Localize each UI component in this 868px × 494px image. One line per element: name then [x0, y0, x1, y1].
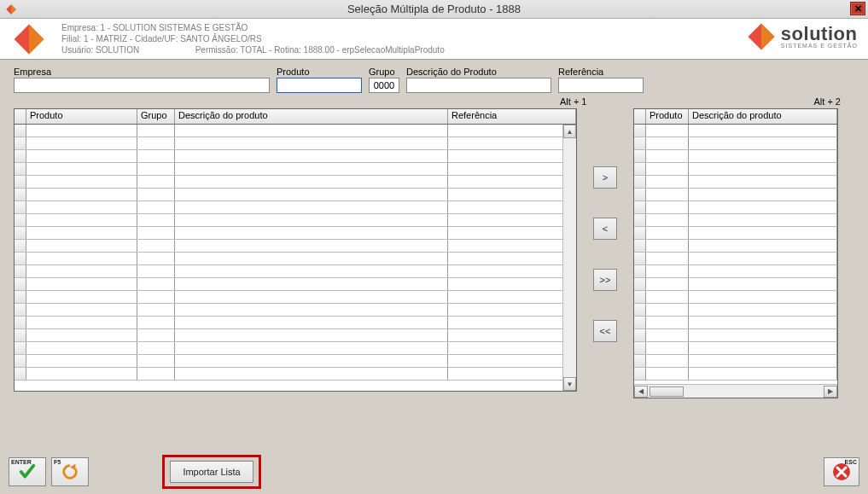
add-button[interactable]: >: [593, 166, 617, 189]
table-row[interactable]: [634, 176, 837, 189]
table-row[interactable]: [15, 214, 576, 227]
transfer-buttons: > < >> <<: [582, 108, 628, 398]
close-button[interactable]: ✕: [850, 2, 865, 15]
table-row[interactable]: [15, 329, 576, 342]
header-user: Usuário: SOLUTION: [61, 45, 139, 55]
enter-hint: ENTER: [11, 459, 32, 465]
col-produto-right[interactable]: Produto: [646, 109, 689, 124]
produto-input[interactable]: [277, 78, 362, 93]
refresh-button[interactable]: F5: [51, 457, 89, 486]
grid-right-hscrollbar[interactable]: ◀ ▶: [634, 384, 837, 398]
col-descricao[interactable]: Descrição do produto: [175, 109, 448, 124]
scroll-thumb[interactable]: [650, 386, 684, 397]
table-row[interactable]: [15, 291, 576, 304]
table-row[interactable]: [634, 368, 837, 381]
table-row[interactable]: [634, 227, 837, 240]
shortcut-alt2: Alt + 2: [814, 96, 842, 107]
col-referencia[interactable]: Referência: [448, 109, 576, 124]
filters-row: Empresa Produto Grupo Descrição do Produ…: [14, 67, 854, 93]
grupo-input[interactable]: [369, 78, 399, 93]
grid-left-scrollbar[interactable]: ▲ ▼: [562, 125, 576, 391]
col-produto[interactable]: Produto: [26, 109, 137, 124]
col-grupo[interactable]: Grupo: [137, 109, 175, 124]
available-products-grid[interactable]: Produto Grupo Descrição do produto Refer…: [14, 108, 577, 392]
table-row[interactable]: [15, 176, 576, 189]
scroll-up-icon[interactable]: ▲: [563, 125, 576, 138]
table-row[interactable]: [15, 227, 576, 240]
svg-marker-6: [70, 464, 75, 470]
scroll-down-icon[interactable]: ▼: [563, 377, 576, 391]
confirm-button[interactable]: ENTER: [9, 457, 46, 486]
table-row[interactable]: [15, 137, 576, 150]
check-icon: [18, 462, 37, 481]
table-row[interactable]: [15, 265, 576, 278]
table-row[interactable]: [15, 150, 576, 163]
header-permission: Permissão: TOTAL - Rotina: 1888.00 - erp…: [195, 45, 445, 55]
svg-marker-5: [761, 23, 775, 49]
cancel-button[interactable]: ESC: [824, 457, 859, 486]
brand-icon: [747, 22, 776, 51]
table-row[interactable]: [634, 253, 837, 265]
table-row[interactable]: [634, 342, 837, 355]
table-row[interactable]: [634, 201, 837, 214]
f5-hint: F5: [54, 459, 61, 465]
table-row[interactable]: [634, 329, 837, 342]
empresa-label: Empresa: [14, 67, 270, 77]
table-row[interactable]: [15, 240, 576, 253]
table-row[interactable]: [15, 317, 576, 329]
referencia-label: Referência: [558, 67, 644, 77]
window-title: Seleção Múltipla de Produto - 1888: [0, 3, 868, 15]
table-row[interactable]: [15, 368, 576, 381]
scroll-right-icon[interactable]: ▶: [824, 386, 837, 398]
scroll-left-icon[interactable]: ◀: [634, 386, 648, 398]
header-line1: Empresa: 1 - SOLUTION SISTEMAS E GESTÃO: [61, 22, 445, 33]
table-row[interactable]: [15, 163, 576, 176]
bottom-bar: ENTER F5 Importar Lista ESC: [9, 455, 859, 489]
table-row[interactable]: [634, 240, 837, 253]
header-bar: Empresa: 1 - SOLUTION SISTEMAS E GESTÃO …: [0, 19, 868, 60]
add-all-button[interactable]: >>: [593, 269, 617, 291]
produto-label: Produto: [277, 67, 362, 77]
table-row[interactable]: [634, 265, 837, 278]
table-row[interactable]: [15, 125, 576, 137]
table-row[interactable]: [634, 291, 837, 304]
table-row[interactable]: [634, 125, 837, 137]
table-row[interactable]: [15, 278, 576, 291]
import-highlight: Importar Lista: [162, 455, 261, 489]
header-info: Empresa: 1 - SOLUTION SISTEMAS E GESTÃO …: [61, 22, 445, 55]
header-line2: Filial: 1 - MATRIZ - Cidade/UF: SANTO ÂN…: [61, 33, 445, 44]
descricao-input[interactable]: [406, 78, 551, 93]
table-row[interactable]: [15, 189, 576, 201]
table-row[interactable]: [15, 342, 576, 355]
title-bar: Seleção Múltipla de Produto - 1888 ✕: [0, 0, 868, 19]
importar-lista-button[interactable]: Importar Lista: [170, 461, 253, 483]
svg-marker-3: [29, 24, 44, 54]
company-logo-icon: [12, 22, 46, 56]
table-row[interactable]: [15, 304, 576, 317]
table-row[interactable]: [634, 278, 837, 291]
grupo-label: Grupo: [369, 67, 399, 77]
esc-hint: ESC: [845, 459, 857, 465]
selected-products-grid[interactable]: Produto Descrição do produto ◀ ▶: [633, 108, 838, 398]
table-row[interactable]: [15, 201, 576, 214]
descricao-label: Descrição do Produto: [406, 67, 551, 77]
col-descricao-right[interactable]: Descrição do produto: [689, 109, 837, 124]
table-row[interactable]: [634, 214, 837, 227]
table-row[interactable]: [634, 150, 837, 163]
table-row[interactable]: [15, 253, 576, 265]
table-row[interactable]: [634, 137, 837, 150]
remove-all-button[interactable]: <<: [593, 320, 617, 342]
brand-name: solution: [781, 26, 858, 43]
remove-button[interactable]: <: [593, 218, 617, 240]
brand-subtitle: SISTEMAS E GESTÃO: [781, 43, 858, 49]
table-row[interactable]: [634, 304, 837, 317]
table-row[interactable]: [634, 163, 837, 176]
refresh-icon: [61, 462, 79, 481]
table-row[interactable]: [634, 189, 837, 201]
brand-block: solution SISTEMAS E GESTÃO: [747, 22, 858, 51]
table-row[interactable]: [15, 355, 576, 368]
referencia-input[interactable]: [558, 78, 644, 93]
empresa-input[interactable]: [14, 78, 270, 93]
table-row[interactable]: [634, 317, 837, 329]
table-row[interactable]: [634, 355, 837, 368]
